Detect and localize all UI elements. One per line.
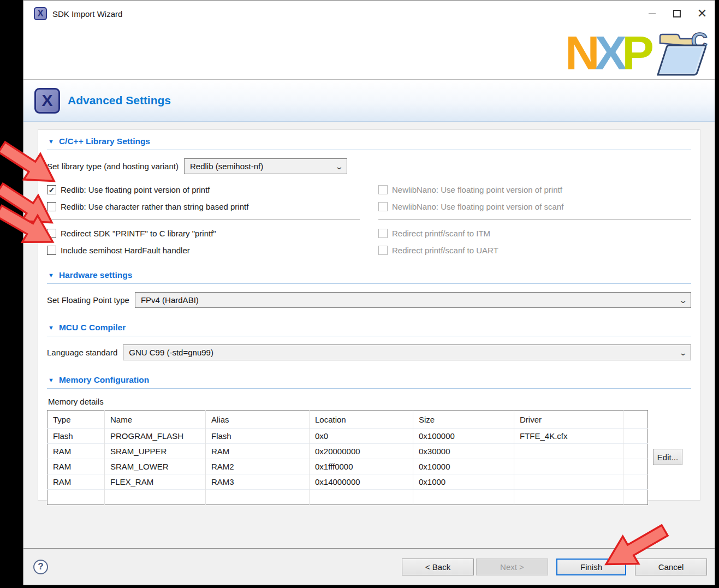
cell-size[interactable]: 0x1000 xyxy=(413,474,514,490)
cell-alias[interactable] xyxy=(206,490,310,505)
checkbox-box[interactable] xyxy=(47,246,56,255)
cell-location[interactable] xyxy=(310,490,413,505)
cell-location[interactable]: 0x0 xyxy=(310,429,413,444)
checkbox-redlib-char-printf[interactable]: Redlib: Use character rather than string… xyxy=(47,198,360,215)
checkbox-redirect-itm: Redirect printf/scanf to ITM xyxy=(378,225,691,242)
checkbox-box xyxy=(378,202,388,211)
cell-alias[interactable]: RAM3 xyxy=(206,474,310,490)
cell-driver[interactable]: FTFE_4K.cfx xyxy=(514,429,623,444)
section-title-hardware: Hardware settings xyxy=(59,270,132,280)
table-row[interactable]: RAM SRAM_LOWER RAM2 0x1fff0000 0x10000 xyxy=(47,459,648,474)
cell-driver[interactable] xyxy=(514,490,623,505)
section-title-memory: Memory Configuration xyxy=(59,375,149,385)
maximize-button[interactable] xyxy=(664,1,690,27)
language-standard-select[interactable]: GNU C99 (-std=gnu99) ⌄ xyxy=(123,345,691,360)
column-header-name[interactable]: Name xyxy=(105,411,206,429)
column-header-size[interactable]: Size xyxy=(413,411,514,429)
column-header-spacer xyxy=(623,411,648,429)
cell-driver[interactable] xyxy=(514,474,623,490)
library-type-label: Set library type (and hosting variant) xyxy=(47,162,179,171)
memory-table-header-row: Type Name Alias Location Size Driver xyxy=(47,411,648,429)
cell-location[interactable]: 0x1fff0000 xyxy=(310,459,413,474)
column-header-type[interactable]: Type xyxy=(47,411,105,429)
minimize-button[interactable] xyxy=(639,1,664,27)
memory-table[interactable]: Type Name Alias Location Size Driver Fla… xyxy=(47,410,648,505)
checkbox-box xyxy=(378,185,388,194)
cell-name[interactable]: SRAM_LOWER xyxy=(105,459,206,474)
cell-name[interactable]: PROGRAM_FLASH xyxy=(105,429,206,444)
checkbox-box[interactable] xyxy=(47,202,56,211)
section-header-compiler[interactable]: ▼ MCU C Compiler xyxy=(47,320,691,336)
wizard-body: ▼ C/C++ Library Settings Set library typ… xyxy=(23,122,715,548)
cancel-button[interactable]: Cancel xyxy=(635,559,707,575)
table-row-empty[interactable] xyxy=(47,490,648,505)
cell-alias[interactable]: RAM2 xyxy=(206,459,310,474)
cell-location[interactable]: 0x20000000 xyxy=(310,444,413,459)
help-button[interactable]: ? xyxy=(33,560,48,574)
cell-type[interactable]: RAM xyxy=(47,444,105,459)
collapse-triangle-icon: ▼ xyxy=(48,139,54,145)
cell-driver[interactable] xyxy=(514,459,623,474)
window-controls: ✕ xyxy=(639,1,715,27)
settings-panel: ▼ C/C++ Library Settings Set library typ… xyxy=(38,129,700,501)
footer-buttons: < Back Next > Finish Cancel xyxy=(402,559,707,575)
table-row[interactable]: RAM SRAM_UPPER RAM 0x20000000 0x30000 xyxy=(47,444,648,459)
close-button[interactable]: ✕ xyxy=(690,1,715,27)
section-header-memory[interactable]: ▼ Memory Configuration xyxy=(47,373,691,389)
cell-type[interactable]: Flash xyxy=(47,429,105,444)
chevron-down-icon: ⌄ xyxy=(670,348,688,357)
checkbox-semihost-hardfault[interactable]: Include semihost HardFault handler xyxy=(47,242,360,259)
nxp-logo: NXP xyxy=(565,28,649,78)
checkbox-redlib-float-printf[interactable]: ✓ Redlib: Use floating point version of … xyxy=(47,181,360,198)
language-standard-row: Language standard GNU C99 (-std=gnu99) ⌄ xyxy=(47,345,691,360)
cell-driver[interactable] xyxy=(514,444,623,459)
section-header-hardware[interactable]: ▼ Hardware settings xyxy=(47,268,691,284)
cell-size[interactable]: 0x30000 xyxy=(413,444,514,459)
cell-spacer xyxy=(623,474,648,490)
chevron-down-icon: ⌄ xyxy=(670,296,688,305)
window-title: SDK Import Wizard xyxy=(52,9,122,19)
wizard-header: NXP C xyxy=(23,27,715,80)
library-type-select[interactable]: Redlib (semihost-nf) ⌄ xyxy=(184,158,347,174)
column-header-location[interactable]: Location xyxy=(310,411,413,429)
next-button: Next > xyxy=(476,559,548,575)
column-header-driver[interactable]: Driver xyxy=(514,411,623,429)
column-header-alias[interactable]: Alias xyxy=(206,411,310,429)
library-type-row: Set library type (and hosting variant) R… xyxy=(47,158,691,174)
sdk-import-wizard-dialog: X SDK Import Wizard ✕ NXP C X Advanced S… xyxy=(23,0,715,585)
cell-type[interactable]: RAM xyxy=(47,474,105,490)
cell-size[interactable]: 0x10000 xyxy=(413,459,514,474)
cell-alias[interactable]: RAM xyxy=(206,444,310,459)
title-bar: X SDK Import Wizard ✕ xyxy=(23,1,715,27)
checkbox-box[interactable]: ✓ xyxy=(47,185,56,194)
cell-type[interactable] xyxy=(47,490,105,505)
table-row[interactable]: Flash PROGRAM_FLASH Flash 0x0 0x100000 F… xyxy=(47,429,648,444)
cell-spacer xyxy=(623,429,648,444)
checkbox-newlibnano-printf: NewlibNano: Use floating point version o… xyxy=(378,181,691,198)
library-type-value: Redlib (semihost-nf) xyxy=(190,162,263,171)
cell-name[interactable] xyxy=(105,490,206,505)
checkbox-label: Redlib: Use character rather than string… xyxy=(61,202,248,211)
checkbox-label: NewlibNano: Use floating point version o… xyxy=(392,185,562,194)
cell-size[interactable]: 0x100000 xyxy=(413,429,514,444)
table-row[interactable]: RAM FLEX_RAM RAM3 0x14000000 0x1000 xyxy=(47,474,648,490)
cell-name[interactable]: SRAM_UPPER xyxy=(105,444,206,459)
section-header-library[interactable]: ▼ C/C++ Library Settings xyxy=(47,134,691,150)
cell-name[interactable]: FLEX_RAM xyxy=(105,474,206,490)
edit-button[interactable]: Edit... xyxy=(653,449,682,465)
cell-size[interactable] xyxy=(413,490,514,505)
cell-location[interactable]: 0x14000000 xyxy=(310,474,413,490)
floating-point-select[interactable]: FPv4 (HardABI) ⌄ xyxy=(135,292,691,308)
close-icon: ✕ xyxy=(697,8,707,20)
checkbox-redirect-sdk-printf[interactable]: Redirect SDK "PRINTF" to C library "prin… xyxy=(47,225,360,242)
floating-point-row: Set Floating Point type FPv4 (HardABI) ⌄ xyxy=(47,292,691,308)
cell-spacer xyxy=(623,444,648,459)
finish-button[interactable]: Finish xyxy=(556,559,626,575)
cell-type[interactable]: RAM xyxy=(47,459,105,474)
checkbox-label: NewlibNano: Use floating point version o… xyxy=(392,202,563,211)
checkbox-box[interactable] xyxy=(47,229,56,238)
cell-alias[interactable]: Flash xyxy=(206,429,310,444)
maximize-icon xyxy=(673,10,681,17)
divider xyxy=(378,219,691,220)
back-button[interactable]: < Back xyxy=(402,559,474,575)
